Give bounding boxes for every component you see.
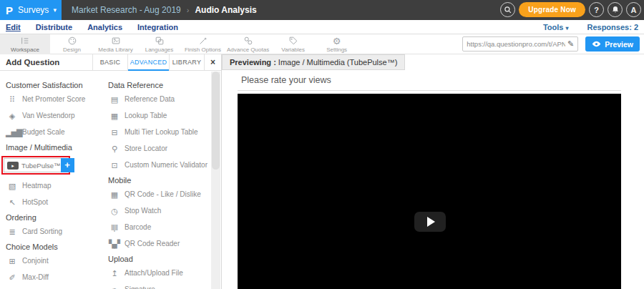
bell-icon — [611, 5, 620, 14]
section-image-multimedia: Image / Multimedia — [6, 143, 102, 152]
tools-dropdown[interactable]: Tools ▾ — [543, 23, 569, 31]
avatar-letter: A — [631, 6, 637, 14]
question-types-column-2: Data Reference ▤ Reference Data ▦ Lookup… — [102, 75, 211, 289]
toolbar-item-languages[interactable]: Languages — [137, 34, 181, 54]
add-question-title: Add Question — [0, 54, 92, 70]
toolbar-item-variables[interactable]: Variables — [271, 34, 315, 54]
question-type-multi-tier-lookup-table[interactable]: ⊟ Multi Tier Lookup Table — [108, 127, 211, 137]
edit-toolbar: Workspace Design Media Library Languages… — [0, 34, 644, 54]
section-mobile: Mobile — [108, 176, 211, 185]
search-button[interactable] — [500, 2, 515, 17]
question-type-store-locator[interactable]: ⚲ Store Locator — [108, 143, 211, 154]
add-question-header: Add Question BASIC ADVANCED LIBRARY × — [0, 54, 221, 71]
qr-reader-icon: ▚▞ — [108, 239, 120, 249]
image-icon — [111, 36, 121, 46]
section-data-reference: Data Reference — [108, 81, 211, 89]
question-type-heatmap[interactable]: ▧ Heatmap — [6, 180, 102, 191]
toolbar-item-settings[interactable]: ⚙ Settings — [315, 34, 358, 54]
toolbar-item-design[interactable]: Design — [50, 34, 94, 54]
add-question-panel: Add Question BASIC ADVANCED LIBRARY × Cu… — [0, 54, 222, 289]
breadcrumb-page-name: Audio Analysis — [195, 5, 256, 15]
topbar: P Surveys ▾ Market Research - Aug 2019 ›… — [0, 0, 644, 20]
question-type-conjoint[interactable]: ⊞ Conjoint — [6, 255, 102, 266]
toolbar-item-finish-options[interactable]: Finish Options — [181, 34, 225, 54]
breadcrumb-survey-name[interactable]: Market Research - Aug 2019 — [72, 5, 181, 15]
question-types-column-1: Customer Satisfaction ⠿ Net Promoter Sco… — [0, 75, 102, 289]
tag-icon — [288, 36, 298, 46]
tab-advanced[interactable]: ADVANCED — [127, 54, 169, 70]
toolbar-item-workspace[interactable]: Workspace — [0, 34, 50, 54]
preview-button[interactable]: Preview — [585, 36, 640, 52]
upload-icon: ↥ — [108, 268, 120, 278]
breadcrumb: Market Research - Aug 2019 › Audio Analy… — [72, 5, 257, 15]
chevron-down-icon: ▾ — [565, 25, 568, 31]
signature-pen-icon: ✒ — [108, 285, 120, 289]
nav-tab-integration[interactable]: Integration — [137, 23, 178, 31]
stopwatch-icon: ◷ — [108, 206, 120, 216]
nav-tab-analytics[interactable]: Analytics — [87, 23, 122, 31]
preview-label: Preview — [605, 40, 633, 49]
question-type-custom-numeric-validator[interactable]: ⊡ Custom Numeric Validator — [108, 160, 211, 170]
qr-code-icon: ▦ — [108, 190, 120, 200]
play-button[interactable] — [414, 212, 446, 232]
translate-icon — [155, 36, 165, 46]
price-tag-icon: ◈ — [6, 111, 18, 121]
tools-label: Tools — [543, 23, 564, 31]
toolbar-item-media-library[interactable]: Media Library — [94, 34, 137, 54]
tab-library[interactable]: LIBRARY — [169, 54, 204, 70]
scrollbar-thumb[interactable] — [212, 72, 220, 170]
surveys-menu-button[interactable]: P Surveys ▾ — [0, 0, 62, 20]
previewing-label: Previewing : — [230, 58, 276, 67]
question-type-van-westendorp[interactable]: ◈ Van Westendorp — [6, 110, 102, 121]
chain-link-icon — [243, 36, 253, 46]
question-type-tubepulse[interactable]: ▸ TubePulse™ + — [4, 158, 68, 172]
upgrade-now-button[interactable]: Upgrade Now — [519, 2, 585, 17]
chevron-down-icon: ▾ — [53, 6, 57, 14]
app-window: P Surveys ▾ Market Research - Aug 2019 ›… — [0, 0, 644, 289]
question-type-budget-scale[interactable]: ▂▅▇ Budget Scale — [6, 127, 102, 137]
question-type-barcode[interactable]: ‖|‖ Barcode — [108, 222, 211, 232]
question-type-attach-upload-file[interactable]: ↥ Attach/Upload File — [108, 268, 211, 278]
question-type-qr-code-reader[interactable]: ▚▞ QR Code Reader — [108, 238, 211, 249]
section-ordering: Ordering — [6, 213, 102, 222]
tab-basic[interactable]: BASIC — [92, 54, 127, 70]
toolbar-item-advance-quotas[interactable]: Advance Quotas — [225, 34, 271, 54]
surveys-label: Surveys — [18, 5, 49, 15]
question-type-hotspot[interactable]: ↖ HotSpot — [6, 197, 102, 207]
question-type-lookup-table[interactable]: ▦ Lookup Table — [108, 110, 211, 121]
barcode-icon: ‖|‖ — [108, 222, 120, 232]
question-type-reference-data[interactable]: ▤ Reference Data — [108, 94, 211, 104]
list-icon: ≣ — [6, 227, 18, 237]
question-type-stop-watch[interactable]: ◷ Stop Watch — [108, 205, 211, 216]
search-icon — [504, 6, 512, 14]
panel-scrollbar[interactable] — [211, 72, 220, 289]
video-player[interactable] — [238, 94, 621, 289]
help-button[interactable]: ? — [589, 2, 604, 17]
nav-tab-edit[interactable]: Edit — [6, 23, 21, 31]
survey-url-box: ✎ — [462, 36, 578, 52]
close-panel-button[interactable]: × — [204, 54, 221, 70]
grid-icon: ⊞ — [6, 256, 18, 266]
question-type-signature[interactable]: ✒ Signature — [108, 284, 211, 289]
cursor-icon: ↖ — [6, 197, 18, 207]
previewing-badge: Previewing : Image / Multimedia (TubePul… — [222, 54, 405, 70]
eye-icon — [592, 41, 601, 47]
notifications-button[interactable] — [608, 2, 623, 17]
breadcrumb-separator: › — [187, 6, 190, 14]
responses-count[interactable]: Responses: 2 — [587, 23, 638, 31]
nav-tab-distribute[interactable]: Distribute — [36, 23, 72, 31]
survey-url-input[interactable] — [467, 40, 565, 48]
previewing-value: Image / Multimedia (TubePulse™) — [276, 58, 398, 67]
account-avatar[interactable]: A — [626, 2, 641, 17]
survey-navbar: Edit Distribute Analytics Integration To… — [0, 20, 644, 34]
question-type-net-promoter-score[interactable]: ⠿ Net Promoter Score — [6, 94, 102, 104]
video-player-icon: ▸ — [7, 162, 19, 170]
tubepulse-add-button[interactable]: + — [61, 158, 74, 172]
map-pin-icon: ⚲ — [108, 144, 120, 154]
edit-url-pencil-icon[interactable]: ✎ — [567, 39, 574, 49]
question-type-qr-like-dislike[interactable]: ▦ QR Code - Like / Dislike — [108, 189, 211, 200]
navbar-right: Tools ▾ Responses: 2 — [543, 23, 638, 31]
question-type-max-diff[interactable]: ✐ Max-Diff — [6, 272, 102, 283]
table-icon: ▦ — [108, 111, 120, 121]
question-type-card-sorting[interactable]: ≣ Card Sorting — [6, 226, 102, 237]
